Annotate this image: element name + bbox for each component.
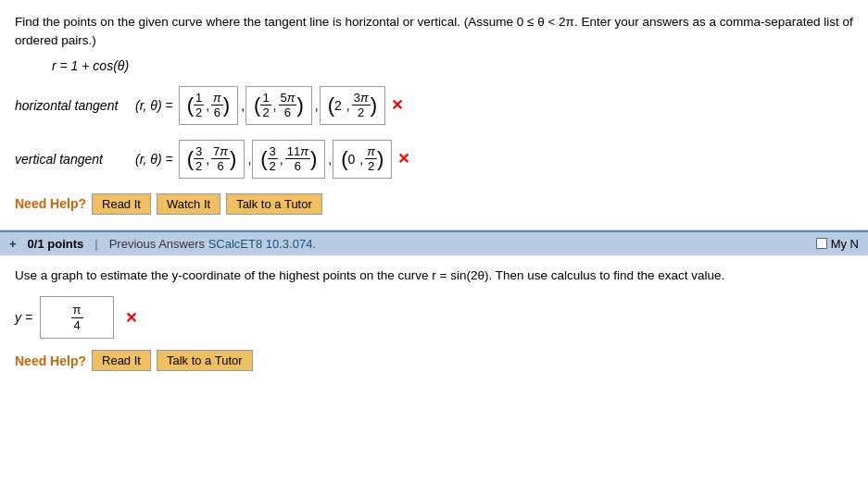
problem-2-section: Use a graph to estimate the y-coordinate…: [0, 255, 868, 386]
points-badge: 0/1 points: [28, 237, 84, 251]
horizontal-tangent-label: horizontal tangent: [15, 98, 135, 113]
watch-it-button-1[interactable]: Watch It: [157, 193, 220, 215]
v-pair2-theta: 11π 6: [285, 144, 310, 174]
vertical-eq-label: (r, θ) =: [135, 152, 173, 167]
v-pair2-r: 3 2: [268, 144, 278, 174]
h-pair-2: ( 1 2 , 5π 6 ): [245, 86, 312, 125]
h-pair3-theta: 3π 2: [352, 91, 371, 120]
vertical-tangent-label: vertical tangent: [15, 152, 135, 167]
talk-to-tutor-button-2[interactable]: Talk to a Tutor: [157, 350, 253, 371]
talk-to-tutor-button-1[interactable]: Talk to a Tutor: [226, 193, 322, 215]
need-help-row-1: Need Help? Read It Watch It Talk to a Tu…: [15, 193, 853, 215]
source-link[interactable]: SCalcET8 10.3.074.: [208, 237, 316, 251]
problem-1-section: Find the points on the given curve where…: [0, 0, 868, 230]
horizontal-eq-label: (r, θ) =: [135, 98, 173, 113]
answer-input-row: y = π 4 ✕: [15, 296, 853, 339]
problem-2-header: + 0/1 points | Previous Answers SCalcET8…: [0, 230, 868, 255]
v-clear-button[interactable]: ✕: [397, 150, 409, 168]
answer-fraction: π 4: [71, 303, 83, 332]
need-help-row-2: Need Help? Read It Talk to a Tutor: [15, 350, 853, 371]
my-notes-checkbox[interactable]: [816, 238, 827, 249]
h-pair2-theta: 5π 6: [279, 91, 297, 120]
read-it-button-2[interactable]: Read It: [92, 350, 151, 371]
h-pair1-r: 1 2: [194, 91, 204, 120]
p2-clear-button[interactable]: ✕: [125, 309, 137, 327]
v-pair-1: ( 3 2 , 7π 6 ): [179, 140, 245, 179]
answer-denominator: 4: [71, 318, 82, 333]
vertical-tangent-row: vertical tangent (r, θ) = ( 3 2 , 7π 6 )…: [15, 140, 853, 179]
need-help-label-2: Need Help?: [15, 354, 86, 368]
h-pair2-r: 1 2: [260, 91, 270, 120]
problem-1-description: Find the points on the given curve where…: [15, 13, 853, 51]
h-clear-button[interactable]: ✕: [391, 96, 403, 114]
my-notes: My N: [816, 237, 859, 251]
problem-2-description: Use a graph to estimate the y-coordinate…: [15, 267, 853, 285]
y-label: y =: [15, 310, 32, 325]
prev-answers-text: Previous Answers SCalcET8 10.3.074.: [109, 237, 316, 251]
h-pair1-theta: π 6: [211, 91, 223, 120]
answer-input-box[interactable]: π 4: [40, 296, 114, 339]
plus-icon: +: [9, 237, 17, 251]
points-info: + 0/1 points | Previous Answers SCalcET8…: [9, 237, 816, 251]
v-pair-2: ( 3 2 , 11π 6 ): [252, 140, 325, 179]
h-pair-3: ( 2 , 3π 2 ): [320, 86, 385, 125]
curve-equation: r = 1 + cos(θ): [52, 58, 853, 73]
horizontal-tangent-row: horizontal tangent (r, θ) = ( 1 2 , π 6 …: [15, 86, 853, 125]
left-paren: (: [187, 95, 194, 116]
read-it-button-1[interactable]: Read It: [92, 193, 151, 215]
v-pair1-r: 3 2: [194, 144, 204, 174]
h-pair-1: ( 1 2 , π 6 ): [179, 86, 239, 125]
right-paren: ): [223, 95, 230, 116]
need-help-label-1: Need Help?: [15, 196, 86, 211]
v-pair3-theta: π 2: [365, 144, 377, 174]
v-pair1-theta: 7π 6: [211, 144, 230, 174]
v-pair-3: ( 0 , π 2 ): [333, 140, 392, 179]
answer-numerator: π: [71, 303, 83, 318]
